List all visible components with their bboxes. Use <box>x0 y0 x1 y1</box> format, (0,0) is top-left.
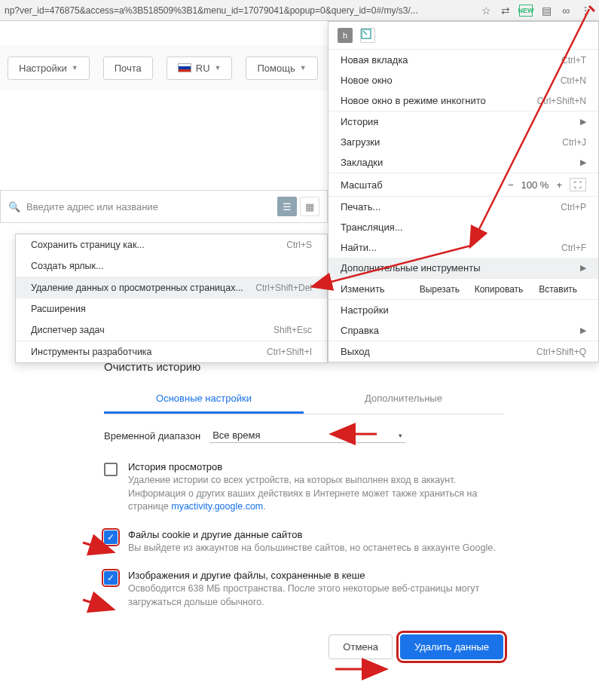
label: Расширения <box>31 304 86 314</box>
history-checkbox[interactable] <box>104 463 118 476</box>
language-dropdown[interactable]: RU ▼ <box>167 57 233 80</box>
extension-icon-2[interactable]: NEW <box>519 5 533 17</box>
label: Настройки <box>341 304 389 316</box>
edit-label: Изменить <box>341 283 408 295</box>
shortcut: Shift+Esc <box>274 325 312 335</box>
cut-button[interactable]: Вырезать <box>411 284 468 295</box>
submenu-dev-tools[interactable]: Инструменты разработчика Ctrl+Shift+I <box>16 341 327 362</box>
chevron-down-icon: ▼ <box>215 64 222 72</box>
label: Диспетчер задач <box>31 325 105 335</box>
zoom-in-button[interactable]: + <box>556 179 562 191</box>
submenu-clear-browsing[interactable]: Удаление данных о просмотренных страница… <box>16 277 327 298</box>
range-label: Временной диапазон <box>104 430 200 442</box>
bookmark-star-icon[interactable]: ☆ <box>480 5 492 17</box>
shortcut: Ctrl+F <box>561 243 586 253</box>
chrome-menu-icon[interactable]: ⋮ <box>579 5 591 17</box>
cache-desc: Освободится 638 МБ пространства. После э… <box>128 582 503 609</box>
menu-exit[interactable]: Выход Ctrl+Shift+Q <box>329 341 598 362</box>
menu-history[interactable]: История ▶ <box>329 112 598 132</box>
settings-label: Настройки <box>19 63 67 74</box>
menu-new-window[interactable]: Новое окно Ctrl+N <box>329 70 598 90</box>
paste-button[interactable]: Вставить <box>530 284 586 295</box>
clear-data-button[interactable]: Удалить данные <box>400 634 503 659</box>
search-input[interactable]: Введите адрес или название <box>26 201 274 212</box>
zoom-value: 100 % <box>521 179 549 191</box>
shortcut: Ctrl+T <box>561 55 586 66</box>
extension-icon-3[interactable]: ▤ <box>540 5 552 17</box>
menu-settings[interactable]: Настройки <box>329 300 598 320</box>
label: Загрузки <box>341 136 380 148</box>
mail-label: Почта <box>115 63 142 74</box>
menu-incognito[interactable]: Новое окно в режиме инкогнито Ctrl+Shift… <box>329 90 598 111</box>
shortcut: Ctrl+J <box>562 137 586 148</box>
help-dropdown[interactable]: Помощь ▼ <box>246 57 317 80</box>
option-cookies-row: ✓ Файлы cookie и другие данные сайтов Вы… <box>104 521 503 563</box>
menu-help[interactable]: Справка ▶ <box>329 320 598 341</box>
history-desc: Удаление истории со всех устройств, на к… <box>128 474 503 514</box>
menu-cast[interactable]: Трансляция... <box>329 217 598 237</box>
range-value: Все время <box>212 429 260 441</box>
shortcut: Ctrl+S <box>286 240 312 250</box>
cache-title: Изображения и другие файлы, сохраненные … <box>128 570 503 581</box>
menu-new-tab[interactable]: Новая вкладка Ctrl+T <box>329 50 598 70</box>
menu-downloads[interactable]: Загрузки Ctrl+J <box>329 132 598 152</box>
label: Создать ярлык... <box>31 261 103 271</box>
myactivity-link[interactable]: myactivity.google.com <box>171 501 263 512</box>
time-range-row: Временной диапазон Все время ▾ <box>104 414 503 454</box>
shortcut: Ctrl+Shift+I <box>267 347 312 357</box>
tab-advanced[interactable]: Дополнительные <box>304 385 503 414</box>
label: Новая вкладка <box>341 54 408 66</box>
shortcut: Ctrl+Shift+N <box>537 96 586 106</box>
browser-url-bar: np?ver_id=476875&access=a%3B518509%3B1&m… <box>0 0 599 21</box>
zoom-out-button[interactable]: − <box>508 179 514 191</box>
shortcut: Ctrl+N <box>561 75 586 86</box>
chevron-down-icon: ▼ <box>72 64 78 72</box>
grid-view-icon[interactable]: ▦ <box>300 197 319 216</box>
profile-icon[interactable]: h <box>338 28 353 43</box>
submenu-task-manager[interactable]: Диспетчер задач Shift+Esc <box>16 319 327 341</box>
label: Выход <box>341 346 370 357</box>
label: Сохранить страницу как... <box>31 240 145 250</box>
menu-find[interactable]: Найти... Ctrl+F <box>329 237 598 258</box>
submenu-save-page[interactable]: Сохранить страницу как... Ctrl+S <box>16 234 327 255</box>
dialog-actions: Отмена Удалить данные <box>104 616 503 659</box>
copy-button[interactable]: Копировать <box>471 284 527 295</box>
time-range-select[interactable]: Все время ▾ <box>209 428 405 443</box>
extension-icon[interactable]: ⇄ <box>500 5 512 17</box>
site-toolbar: Настройки ▼ Почта RU ▼ Помощь ▼ <box>0 45 328 90</box>
cache-checkbox[interactable]: ✓ <box>104 571 118 585</box>
menu-edit-row: Изменить Вырезать Копировать Вставить <box>329 279 598 299</box>
russia-flag-icon <box>178 63 191 72</box>
mail-button[interactable]: Почта <box>103 57 153 80</box>
menu-more-tools[interactable]: Дополнительные инструменты ▶ <box>329 258 598 278</box>
fullscreen-icon[interactable]: ⛶ <box>570 178 586 191</box>
label: Удаление данных о просмотренных страница… <box>31 283 243 293</box>
option-cache-row: ✓ Изображения и другие файлы, сохраненны… <box>104 562 503 616</box>
submenu-arrow-icon: ▶ <box>580 326 586 335</box>
shortcut: Ctrl+Shift+Q <box>536 347 586 357</box>
extension-icon-4[interactable]: ∞ <box>560 5 572 17</box>
submenu-extensions[interactable]: Расширения <box>16 298 327 319</box>
label: Новое окно <box>341 75 393 86</box>
list-view-icon[interactable]: ☰ <box>277 197 297 216</box>
dialog-tabs: Основные настройки Дополнительные <box>104 385 503 414</box>
menu-bookmarks[interactable]: Закладки ▶ <box>329 152 598 173</box>
menu-zoom: Масштаб − 100 % + ⛶ <box>329 173 598 196</box>
tab-basic[interactable]: Основные настройки <box>104 385 304 414</box>
shortcut: Ctrl+P <box>561 202 586 212</box>
address-search-row: 🔍 Введите адрес или название ☰ ▦ <box>0 190 328 223</box>
label: Дополнительные инструменты <box>341 262 481 274</box>
submenu-arrow-icon: ▶ <box>580 157 586 167</box>
chevron-down-icon: ▼ <box>300 64 307 72</box>
url-text[interactable]: np?ver_id=476875&access=a%3B518509%3B1&m… <box>5 5 480 16</box>
zoom-label: Масштаб <box>341 179 499 191</box>
label: Найти... <box>341 242 377 253</box>
settings-dropdown[interactable]: Настройки ▼ <box>8 57 90 80</box>
menu-print[interactable]: Печать... Ctrl+P <box>329 197 598 217</box>
cookies-checkbox[interactable]: ✓ <box>104 530 118 544</box>
toolbar-icons: ☆ ⇄ NEW ▤ ∞ ⋮ <box>480 5 594 17</box>
help-label: Помощь <box>257 63 295 74</box>
app-icon[interactable] <box>360 28 375 43</box>
submenu-create-shortcut[interactable]: Создать ярлык... <box>16 255 327 277</box>
cancel-button[interactable]: Отмена <box>329 634 393 659</box>
